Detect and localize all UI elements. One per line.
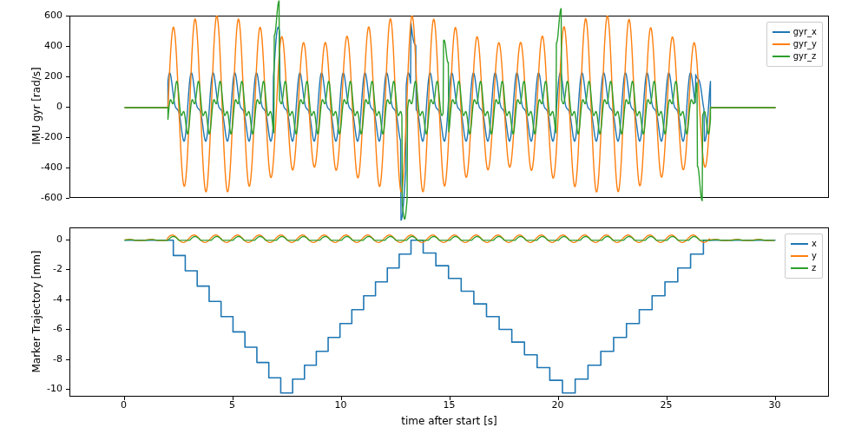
xtick: 5 <box>220 399 246 411</box>
legend-label: gyr_z <box>793 50 817 62</box>
ytick: -8 <box>28 353 62 365</box>
legend-label: x <box>812 238 817 250</box>
ytick: -600 <box>28 192 62 203</box>
plot-lines-top <box>70 16 830 199</box>
ytick: -6 <box>28 323 62 334</box>
ylabel-bottom: Marker Trajectory [mm] <box>30 233 43 390</box>
plot-lines-bottom <box>70 228 830 398</box>
ytick: -2 <box>28 263 62 274</box>
ytick: 0 <box>28 233 62 245</box>
figure: gyr_x gyr_y gyr_z IMU gyr [rad/s] -600-4… <box>0 0 868 434</box>
ytick: 400 <box>28 40 62 51</box>
xlabel: time after start [s] <box>69 415 829 427</box>
legend-swatch <box>791 255 808 257</box>
ytick: 0 <box>28 101 62 112</box>
legend-swatch <box>773 43 790 45</box>
xtick: 20 <box>545 399 571 411</box>
legend-swatch <box>773 31 790 33</box>
axes-marker-trajectory: x y z <box>69 227 829 397</box>
legend-label: y <box>812 250 817 262</box>
xtick: 30 <box>762 399 788 411</box>
ytick: -400 <box>28 161 62 173</box>
legend-label: z <box>812 262 816 274</box>
ytick: -10 <box>28 383 62 394</box>
legend-label: gyr_y <box>793 38 817 50</box>
xtick: 10 <box>328 399 354 411</box>
ytick: -4 <box>28 293 62 305</box>
legend-swatch <box>773 56 790 57</box>
xtick: 25 <box>654 399 680 411</box>
xtick: 0 <box>111 399 137 411</box>
axes-imu-gyr: gyr_x gyr_y gyr_z <box>69 16 829 198</box>
ytick: 200 <box>28 70 62 82</box>
ytick: -200 <box>28 131 62 142</box>
legend-label: gyr_x <box>793 26 817 38</box>
legend-swatch <box>791 267 808 269</box>
ytick: 600 <box>28 10 62 21</box>
legend-top: gyr_x gyr_y gyr_z <box>766 22 823 67</box>
legend-bottom: x y z <box>785 233 823 279</box>
legend-swatch <box>791 243 808 245</box>
xtick: 15 <box>437 399 463 411</box>
